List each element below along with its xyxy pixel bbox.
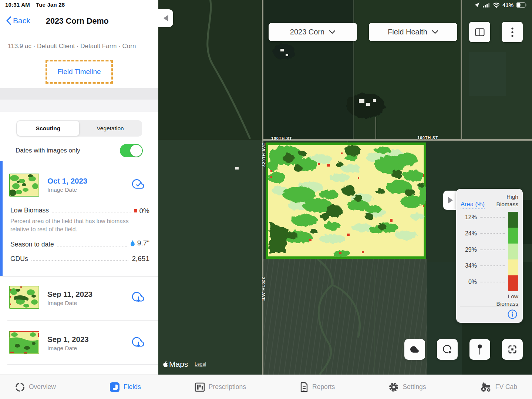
legend-pct: 29%	[461, 247, 477, 253]
split-view-icon	[475, 28, 485, 36]
cloud-download-icon[interactable]	[131, 291, 146, 304]
field-health-overlay[interactable]	[266, 142, 426, 259]
gear-icon	[388, 382, 399, 392]
legend-swatch	[508, 275, 518, 291]
chevron-left-icon	[6, 16, 11, 25]
dotted-leader	[52, 212, 130, 212]
tab-scouting[interactable]: Scouting	[17, 121, 79, 136]
field-thumbnail[interactable]	[9, 331, 39, 354]
stat-gdus: GDUs 2,651	[10, 255, 149, 263]
cloud-icon	[409, 345, 420, 354]
list-divider	[7, 364, 158, 365]
legend-swatch	[508, 244, 518, 259]
section-band	[0, 88, 158, 100]
back-button[interactable]: Back	[6, 16, 30, 25]
stat-label: Season to date	[10, 241, 54, 248]
nav-fv-cab[interactable]: FV Cab	[480, 382, 517, 392]
center-field-button[interactable]	[502, 339, 523, 360]
list-divider	[0, 276, 158, 276]
stat-value: 9.7"	[137, 239, 149, 247]
status-date: Tue Jan 28	[36, 1, 65, 8]
stat-value: 0%	[139, 207, 149, 215]
low-biomass-description: Percent area of the field that has low b…	[10, 217, 129, 234]
legend-title[interactable]: Area (%)	[461, 201, 485, 209]
collapse-sidebar-button[interactable]	[158, 9, 173, 27]
entry-subtitle: Image Date	[47, 187, 77, 193]
legal-link[interactable]: Legal	[195, 362, 206, 367]
low-biomass-marker-icon	[134, 209, 137, 212]
stat-low-biomass: Low Biomass 0%	[10, 207, 149, 215]
entry-date-oct1[interactable]: Oct 1, 2023	[47, 177, 87, 185]
field-thumbnail[interactable]	[9, 174, 39, 197]
crop-year-label: 2023 Corn	[290, 28, 324, 36]
legend-pct: 0%	[461, 279, 477, 285]
layer-dropdown[interactable]: Field Health	[369, 23, 457, 41]
entry-subtitle: Image Date	[47, 300, 77, 306]
status-bar-right: 41%	[474, 2, 527, 8]
lasso-icon	[442, 344, 452, 355]
nav-fields[interactable]: Fields	[110, 382, 141, 392]
fields-icon	[110, 382, 120, 392]
dotted-leader	[57, 246, 127, 247]
more-options-button[interactable]	[502, 22, 523, 42]
draw-region-button[interactable]	[437, 339, 458, 360]
entry-date-sep11[interactable]: Sep 11, 2023	[47, 290, 92, 299]
dotted-leader	[480, 233, 505, 234]
road-label-100th-st: 100TH ST	[271, 136, 292, 141]
legend-high-label: High Biomass	[496, 193, 518, 208]
status-time: 10:31 AM	[5, 1, 30, 8]
drop-pin-button[interactable]	[469, 339, 490, 360]
road-label-320th-ave: 320TH AVE	[262, 143, 266, 167]
page-title: 2023 Corn Demo	[46, 17, 109, 26]
legend-swatch	[508, 212, 518, 228]
dotted-leader	[480, 265, 505, 266]
cloud-downloaded-icon[interactable]	[131, 178, 146, 191]
map-view[interactable]: 100TH ST 100TH ST 320TH AVE 320TH AVE 41…	[158, 0, 532, 375]
chevron-down-icon	[329, 30, 336, 34]
legend-divider	[460, 306, 519, 307]
prescriptions-icon	[195, 382, 205, 392]
field-meta: 113.9 ac · Default Client · Default Farm…	[8, 42, 152, 50]
toggle-label: Dates with images only	[16, 147, 80, 154]
nav-prescriptions[interactable]: Prescriptions	[195, 382, 246, 392]
status-bar-left: 10:31 AMTue Jan 28	[5, 1, 65, 8]
entry-subtitle: Image Date	[47, 345, 77, 352]
dotted-leader	[480, 282, 505, 282]
stat-season-to-date: Season to date 9.7"	[10, 239, 149, 248]
dates-with-images-toggle[interactable]	[120, 144, 143, 157]
section-band	[0, 100, 158, 112]
tab-vegetation[interactable]: Vegetation	[79, 121, 141, 136]
split-view-button[interactable]	[469, 22, 490, 42]
overview-icon	[15, 382, 25, 392]
back-label: Back	[13, 16, 30, 25]
map-pin-icon	[476, 344, 484, 355]
legend-info-button[interactable]	[507, 309, 518, 320]
collapse-legend-button[interactable]	[443, 191, 457, 210]
bottom-nav: Overview Fields Prescriptions Reports Se…	[0, 375, 532, 399]
legend-low-label: Low Biomass	[496, 293, 518, 308]
layer-label: Field Health	[388, 28, 427, 36]
stat-label: Low Biomass	[10, 207, 49, 214]
legend-pct: 24%	[461, 230, 477, 237]
chevron-left-icon	[164, 15, 168, 21]
legend-swatch	[508, 259, 518, 275]
info-icon	[508, 309, 517, 319]
entry-date-sep1[interactable]: Sep 1, 2023	[47, 335, 89, 344]
cloud-layer-button[interactable]	[404, 339, 425, 360]
location-arrow-icon	[474, 2, 480, 8]
focus-target-icon	[507, 344, 518, 355]
legend-swatch	[508, 228, 518, 244]
nav-settings[interactable]: Settings	[388, 382, 426, 392]
field-timeline-button[interactable]: Field Timeline	[46, 60, 113, 84]
droplet-icon	[130, 240, 135, 247]
crop-year-dropdown[interactable]: 2023 Corn	[269, 23, 357, 41]
list-divider	[7, 320, 158, 321]
cloud-download-icon[interactable]	[131, 336, 146, 349]
nav-overview[interactable]: Overview	[15, 382, 56, 392]
road-label-100th-st: 100TH ST	[417, 135, 438, 140]
legend-pct: 34%	[461, 262, 477, 269]
nav-reports[interactable]: Reports	[300, 382, 335, 392]
app-screen: 10:31 AMTue Jan 28 Back 2023 Corn Demo 1…	[0, 0, 532, 399]
field-thumbnail[interactable]	[9, 286, 39, 309]
dotted-leader	[31, 260, 129, 261]
